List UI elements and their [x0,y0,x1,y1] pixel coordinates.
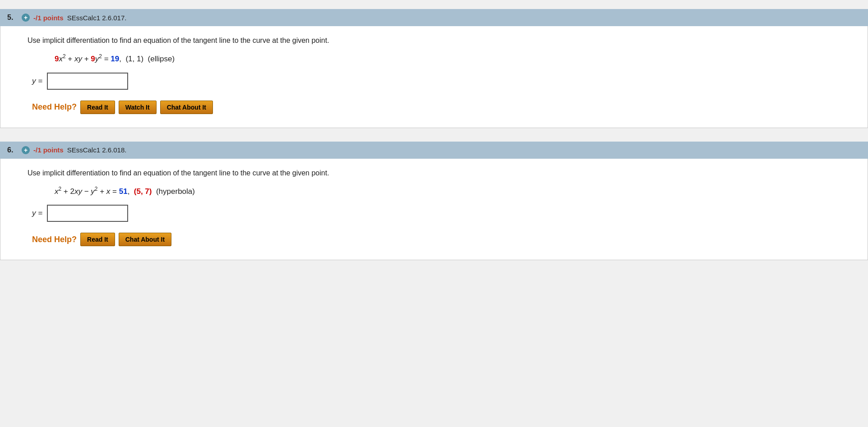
problem-6: 6. + -/1 points SEssCalc1 2.6.018. Use i… [0,142,868,261]
problem-5-id: SEssCalc1 2.6.017. [67,14,127,22]
coeff-9y: 9 [91,55,95,63]
problem-6-number: 6. [7,146,18,154]
eq-value-51: 51 [119,187,128,195]
add-icon-2[interactable]: + [22,146,30,154]
problem-6-answer-row: y = [32,205,854,222]
problem-5-watch-it-button[interactable]: Watch It [119,101,157,114]
problem-6-equation: x2 + 2xy − y2 + x = 51, (5, 7) (hyperbol… [55,186,854,196]
problem-6-description: Use implicit differentiation to find an … [28,168,854,179]
problem-5-points: -/1 points [33,14,64,22]
problem-6-header: 6. + -/1 points SEssCalc1 2.6.018. [0,142,868,159]
eq-value-19: 19 [111,55,119,63]
problem-5-number: 5. [7,14,18,22]
problem-6-points: -/1 points [33,146,64,154]
problem-6-help-row: Need Help? Read It Chat About It [32,233,854,246]
problem-5-chat-about-button[interactable]: Chat About It [160,101,213,114]
problem-6-chat-about-button[interactable]: Chat About It [119,233,171,246]
problem-5-input[interactable] [47,73,128,90]
problem-6-need-help: Need Help? [32,235,77,244]
problem-6-body: Use implicit differentiation to find an … [0,159,868,261]
add-icon[interactable]: + [22,14,30,22]
problem-6-answer-label: y = [32,209,42,218]
problem-6-input[interactable] [47,205,128,222]
problem-5-answer-label: y = [32,77,42,86]
problem-5-need-help: Need Help? [32,102,77,112]
problem-5-header: 5. + -/1 points SEssCalc1 2.6.017. [0,9,868,26]
problem-6-read-it-button[interactable]: Read It [80,233,115,246]
problem-6-id: SEssCalc1 2.6.018. [67,146,127,154]
problem-5-read-it-button[interactable]: Read It [80,101,115,114]
problem-5-description: Use implicit differentiation to find an … [28,35,854,46]
eq-point: (5, 7) [134,187,152,195]
problem-5-help-row: Need Help? Read It Watch It Chat About I… [32,101,854,114]
problem-5: 5. + -/1 points SEssCalc1 2.6.017. Use i… [0,9,868,128]
problem-5-body: Use implicit differentiation to find an … [0,26,868,128]
problem-5-equation: 9x2 + xy + 9y2 = 19, (1, 1) (ellipse) [55,53,854,64]
problem-5-answer-row: y = [32,73,854,90]
